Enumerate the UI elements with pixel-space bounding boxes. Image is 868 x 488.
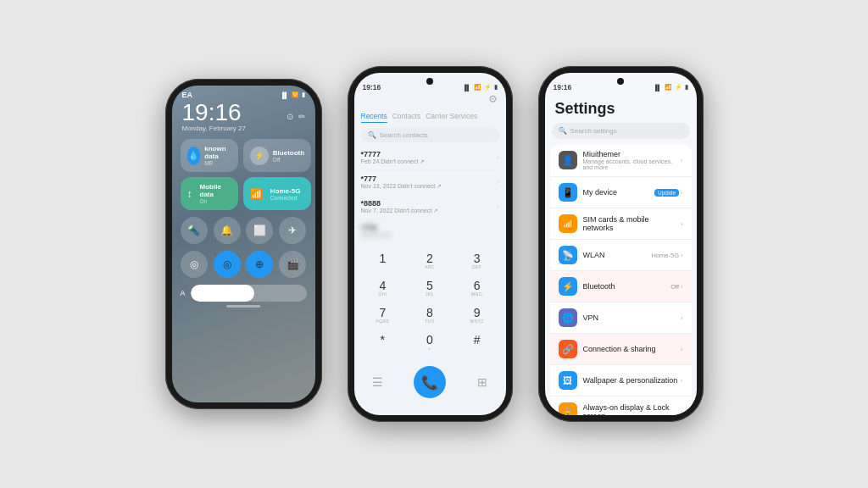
cc-time: 19:16 (182, 101, 246, 125)
tab-contacts[interactable]: Contacts (392, 110, 421, 123)
cc-actions-row2: ◎ ◎ ⊕ 🎬 (172, 247, 315, 278)
wallpaper-text: Wallpaper & personalization (583, 376, 682, 385)
bell-btn[interactable]: 🔔 (214, 217, 241, 244)
key-6[interactable]: 6MNO (455, 276, 499, 300)
cc-tiles-grid: 💧 known data MB ⚡ Bluetooth Off ↕ Mobile… (172, 136, 315, 214)
key-star[interactable]: * (361, 330, 405, 354)
key-7[interactable]: 7PQRS (361, 303, 405, 327)
always-on-label: Always-on display & Lock screen (583, 403, 682, 415)
settings-item-bluetooth[interactable]: ⚡ Bluetooth Off › (550, 271, 692, 302)
call-number-2: *777 (361, 175, 442, 183)
dnd-btn[interactable]: ◎ (181, 251, 208, 278)
dialpad-row-3: 7PQRS 8TUV 9WXYZ (361, 303, 499, 327)
device-label: My device (583, 188, 655, 197)
cc-wifi-text: Home-5G Connected (270, 187, 301, 201)
key-2[interactable]: 2ABC (408, 249, 452, 273)
settings-item-sim[interactable]: 📶 SIM cards & mobile networks › (550, 208, 692, 240)
connection-label: Connection & sharing (583, 345, 682, 353)
sim-label: SIM cards & mobile networks (583, 215, 682, 232)
settings-item-always-on[interactable]: 🔒 Always-on display & Lock screen › (550, 396, 692, 415)
call-button[interactable]: 📞 (414, 366, 446, 398)
cc-data-tile[interactable]: 💧 known data MB (181, 139, 238, 172)
settings-screen: 19:16 ▐▌ 📶 ⚡ ▮ Settings 🔍 Search setting… (545, 73, 697, 415)
call-info-3: Nov 7, 2022 Didn't connect ↗ (361, 208, 439, 214)
tab-recents[interactable]: Recents (361, 110, 387, 123)
settings-item-vpn[interactable]: 🌐 VPN › (550, 302, 692, 334)
key-1[interactable]: 1 (361, 249, 405, 273)
device-chevron: › (681, 189, 683, 197)
phone-settings: 19:16 ▐▌ 📶 ⚡ ▮ Settings 🔍 Search setting… (538, 66, 704, 422)
key-3[interactable]: 3DEF (455, 249, 499, 273)
video-btn[interactable]: 🎬 (279, 251, 306, 278)
call-chevron-2: › (497, 179, 499, 186)
status-icons: ▐▌ 🛜 ▮ (281, 92, 305, 98)
settings-item-device[interactable]: 📱 My device Update › (550, 177, 692, 208)
settings-icon[interactable]: ⊙ (287, 112, 293, 121)
key-9[interactable]: 9WXYZ (455, 303, 499, 327)
miuithemer-sub: Manage accounts, cloud services, and mor… (583, 158, 682, 170)
brightness-fill (191, 285, 254, 302)
settings-item-miuithemer[interactable]: 👤 Miuithemer Manage accounts, cloud serv… (550, 144, 692, 177)
call-number-blur: *778 (361, 224, 391, 232)
cc-header-icons: ⊙ ✏ (287, 112, 305, 121)
d-wifi-icon: 📶 (474, 84, 481, 91)
settings-item-wlan[interactable]: 📡 WLAN Home-5G › (550, 240, 692, 271)
key-8[interactable]: 8TUV (408, 303, 452, 327)
cc-bluetooth-tile[interactable]: ⚡ Bluetooth Off (243, 139, 311, 172)
d-signal-icon: ▐▌ (463, 85, 471, 91)
dialpad-row-1: 1 2ABC 3DEF (361, 249, 499, 273)
key-0[interactable]: 0+ (408, 330, 452, 354)
keypad-icon[interactable]: ☰ (368, 372, 388, 392)
call-info-1: Feb 24 Didn't connect ↗ (361, 158, 426, 165)
dialer-settings-icon[interactable]: ⚙ (354, 93, 506, 107)
call-item-8888[interactable]: *8888 Nov 7, 2022 Didn't connect ↗ › (361, 195, 499, 219)
airplane-btn[interactable]: ✈ (279, 217, 306, 244)
focus-btn[interactable]: ⊕ (246, 251, 273, 278)
mobile-title: Mobile data (200, 183, 231, 198)
camera-hole (426, 78, 433, 85)
dialer-status-icons: ▐▌ 📶 ⚡ ▮ (463, 84, 498, 91)
phone-dialer: 19:16 ▐▌ 📶 ⚡ ▮ ⚙ Recents Contacts Carrie… (348, 66, 513, 422)
cc-time-row: 19:16 Monday, February 27 ⊙ ✏ (172, 101, 315, 136)
call-item-blur: *778 blurred info (361, 219, 499, 242)
connection-right: › (681, 346, 683, 353)
sim-chevron: › (681, 220, 683, 228)
s-battery-icon: ▮ (685, 84, 688, 91)
d-bt-icon: ⚡ (484, 84, 492, 91)
connection-chevron: › (681, 346, 683, 353)
edit-icon[interactable]: ✏ (298, 112, 305, 121)
settings-search[interactable]: 🔍 Search settings (552, 123, 690, 139)
settings-search-placeholder: Search settings (570, 127, 617, 135)
call-number-1: *7777 (361, 150, 426, 158)
brightness-bar[interactable] (191, 285, 307, 302)
wifi-icon: 🛜 (292, 92, 299, 98)
contacts-icon[interactable]: ⊞ (472, 372, 492, 392)
wlan-label: WLAN (583, 251, 652, 259)
home-indicator[interactable] (226, 305, 260, 308)
control-center-screen: EA ▐▌ 🛜 ▮ 19:16 Monday, February 27 ⊙ ✏ … (172, 86, 315, 402)
always-on-chevron: › (681, 408, 683, 416)
key-5[interactable]: 5JKL (408, 276, 452, 300)
dialpad-row-4: * 0+ # (361, 330, 499, 354)
always-on-icon: 🔒 (559, 402, 577, 415)
settings-item-connection[interactable]: 🔗 Connection & sharing › (550, 334, 692, 365)
cc-mobile-tile[interactable]: ↕ Mobile data On (181, 177, 238, 210)
cc-mobile-text: Mobile data On (200, 183, 231, 204)
cc-wifi-tile[interactable]: 📶 Home-5G Connected (243, 177, 311, 210)
miuithemer-chevron: › (681, 157, 683, 164)
update-badge: Update (654, 189, 679, 197)
wallpaper-icon: 🖼 (559, 371, 577, 390)
screen-record-btn[interactable]: ⬜ (246, 217, 273, 244)
settings-item-wallpaper[interactable]: 🖼 Wallpaper & personalization › (550, 365, 692, 396)
location-btn[interactable]: ◎ (214, 251, 241, 278)
settings-section-main: 👤 Miuithemer Manage accounts, cloud serv… (550, 144, 692, 415)
dialer-search[interactable]: 🔍 Search contacts (361, 128, 499, 142)
key-4[interactable]: 4GHI (361, 276, 405, 300)
key-hash[interactable]: # (455, 330, 499, 354)
tab-carrier[interactable]: Carrier Services (426, 110, 477, 123)
bt-title: Bluetooth (273, 149, 304, 157)
flashlight-btn[interactable]: 🔦 (181, 217, 208, 244)
call-item-7777[interactable]: *7777 Feb 24 Didn't connect ↗ › (361, 146, 499, 170)
bluetooth-value: Off (670, 283, 679, 291)
call-item-777[interactable]: *777 Nov 13, 2022 Didn't connect ↗ › (361, 170, 499, 195)
